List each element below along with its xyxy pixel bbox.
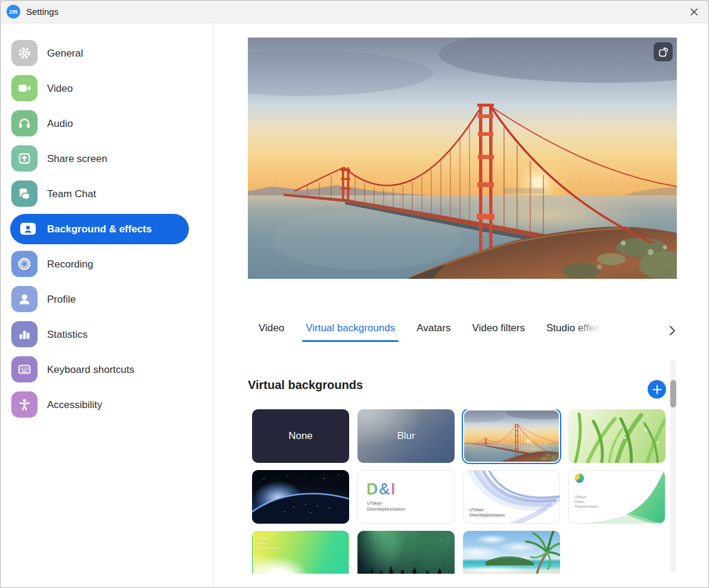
tabs-bar: Video Virtual backgrounds Avatars Video … [259, 322, 608, 342]
sidebar-item-background-effects[interactable]: Background & effects [1, 211, 213, 247]
person-icon [11, 286, 38, 312]
background-option-none[interactable]: None [252, 409, 349, 463]
aurora-thumbnail [357, 531, 455, 574]
section-title: Virtual backgrounds [248, 378, 363, 392]
gx-label: UTokyo Green Transformation [257, 536, 281, 550]
di-org-label: UTokyo [367, 500, 382, 506]
background-option-blur[interactable]: Blur [357, 409, 455, 463]
background-preview [248, 38, 677, 279]
background-option-golden-gate[interactable] [463, 409, 560, 463]
keyboard-icon [11, 356, 38, 382]
golden-gate-thumbnail [464, 410, 559, 462]
scrollbar-track[interactable] [670, 360, 676, 573]
sidebar-item-label: Statistics [47, 329, 88, 341]
sidebar-item-share-screen[interactable]: Share screen [1, 141, 213, 176]
golden-gate-preview-image [248, 38, 677, 279]
sidebar-item-profile[interactable]: Profile [1, 282, 213, 317]
share-screen-icon [11, 145, 38, 172]
gx-label: UTokyo Green Transformation [574, 494, 598, 509]
sidebar-item-label: Audio [47, 118, 73, 130]
headphones-icon [11, 110, 38, 136]
tab-studio-effects[interactable]: Studio effects [546, 322, 608, 342]
wave-org-label: UTokyo [469, 508, 483, 512]
sidebar-item-label: Team Chat [47, 188, 96, 200]
chevron-right-icon [668, 325, 676, 336]
add-background-button[interactable] [648, 380, 666, 399]
mirror-video-button[interactable] [654, 42, 673, 61]
sidebar-item-general[interactable]: General [1, 36, 213, 71]
sidebar-item-label: Video [47, 83, 73, 95]
window-title: Settings [26, 7, 58, 17]
background-option-utokyo-gx-white[interactable]: UTokyo Green Transformation [568, 470, 666, 524]
sidebar-item-accessibility[interactable]: Accessibility [1, 387, 213, 422]
background-option-earth[interactable] [252, 470, 349, 524]
backgrounds-scroll-area: None Blur [252, 409, 677, 574]
scrollbar-thumb[interactable] [670, 380, 676, 407]
person-frame-icon [20, 223, 36, 235]
sidebar-item-label: Background & effects [47, 223, 152, 235]
sidebar-item-label: Keyboard shortcuts [47, 364, 134, 376]
background-option-grass[interactable] [568, 409, 666, 463]
sidebar-item-video[interactable]: Video [1, 71, 213, 106]
wave-dept-label: Diversity&Inclusion [469, 513, 505, 517]
background-option-utokyo-di-logo[interactable]: D&I UTokyo Diversity&Inclusion [357, 470, 455, 524]
sidebar-item-label: Accessibility [47, 399, 102, 411]
background-option-beach[interactable] [463, 531, 560, 574]
tab-video-filters[interactable]: Video filters [472, 322, 525, 342]
earth-thumbnail [252, 470, 349, 524]
sidebar-item-statistics[interactable]: Statistics [1, 317, 213, 352]
sidebar-item-label: Profile [47, 294, 76, 306]
rotate-flip-icon [657, 45, 670, 58]
background-option-aurora[interactable] [357, 531, 455, 574]
sidebar-item-label: Share screen [47, 153, 107, 165]
accessibility-icon [11, 391, 38, 418]
tab-virtual-backgrounds[interactable]: Virtual backgrounds [306, 322, 395, 342]
tab-video[interactable]: Video [259, 322, 284, 342]
bar-chart-icon [11, 321, 38, 347]
plus-icon [652, 385, 662, 394]
close-icon [689, 7, 699, 17]
close-button[interactable] [680, 1, 708, 23]
record-circle-icon [11, 251, 38, 277]
di-dept-label: Diversity&Inclusion [367, 506, 405, 512]
virtual-backgrounds-grid: None Blur [252, 409, 677, 574]
gear-icon [11, 40, 38, 66]
sidebar-item-label: Recording [47, 259, 94, 270]
sidebar-item-team-chat[interactable]: Team Chat [1, 176, 213, 211]
zoom-logo-icon: zm [7, 5, 20, 18]
chat-bubbles-icon [11, 181, 38, 207]
sidebar-item-audio[interactable]: Audio [1, 106, 213, 141]
sidebar: General Video Audio [1, 23, 214, 587]
settings-window: zm Settings General [0, 0, 709, 588]
tabs-overflow-button[interactable] [666, 325, 679, 338]
background-option-utokyo-gx-gradient[interactable]: UTokyo Green Transformation [252, 531, 349, 574]
title-bar: zm Settings [1, 1, 708, 23]
tab-avatars[interactable]: Avatars [416, 322, 450, 342]
grass-thumbnail [568, 409, 666, 463]
video-camera-icon [11, 75, 38, 101]
sidebar-item-recording[interactable]: Recording [1, 247, 213, 282]
di-logo: D&I [366, 480, 396, 499]
main-panel: Video Virtual backgrounds Avatars Video … [214, 23, 708, 587]
beach-thumbnail [463, 531, 560, 574]
sidebar-item-keyboard-shortcuts[interactable]: Keyboard shortcuts [1, 352, 213, 387]
background-option-utokyo-di-wave[interactable]: UTokyo Diversity&Inclusion [463, 470, 560, 524]
sidebar-item-label: General [47, 48, 83, 60]
